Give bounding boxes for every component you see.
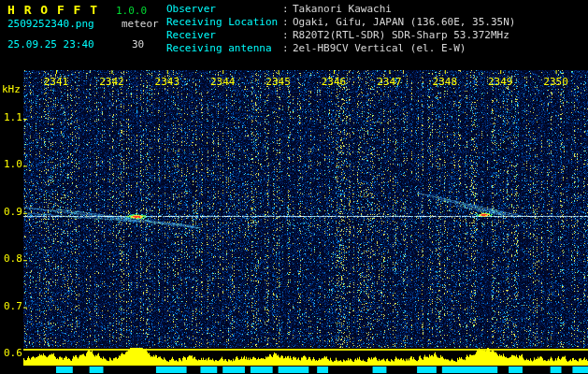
info-label: Receiving Location bbox=[166, 16, 282, 29]
app-title: H R O F F T bbox=[7, 3, 98, 17]
y-axis-tick-label: 0.9 bbox=[4, 207, 22, 218]
timestamp: 25.09.25 23:40 bbox=[7, 38, 94, 50]
record-interval: 30 bbox=[132, 38, 144, 50]
spectrogram-canvas bbox=[0, 0, 588, 374]
x-axis-tick-label: 2350 bbox=[543, 76, 568, 88]
y-axis-tick-label: 0.8 bbox=[4, 253, 22, 265]
x-axis-tick-label: 2342 bbox=[99, 76, 124, 88]
y-axis-tick-label: 0.6 bbox=[4, 348, 22, 359]
station-info-list: Observer:Takanori KawachiReceiving Locat… bbox=[166, 3, 515, 55]
info-value: Takanori Kawachi bbox=[293, 3, 392, 16]
info-label: Receiving antenna bbox=[166, 42, 282, 55]
mode-label: meteor bbox=[122, 18, 159, 30]
x-axis-tick-label: 2349 bbox=[488, 76, 513, 88]
info-row: Receiver:R820T2(RTL-SDR) SDR-Sharp 53.37… bbox=[166, 29, 515, 42]
info-value: Ogaki, Gifu, JAPAN (136.60E, 35.35N) bbox=[293, 16, 515, 29]
y-axis-tick-label: 0.7 bbox=[4, 301, 22, 312]
info-colon: : bbox=[282, 16, 293, 29]
info-colon: : bbox=[282, 3, 293, 16]
x-axis-tick-label: 2347 bbox=[377, 76, 402, 88]
info-value: 2el-HB9CV Vertical (el. E-W) bbox=[293, 42, 466, 55]
info-row: Receiving Location:Ogaki, Gifu, JAPAN (1… bbox=[166, 16, 515, 29]
info-value: R820T2(RTL-SDR) SDR-Sharp 53.372MHz bbox=[293, 29, 509, 42]
x-axis-tick-label: 2346 bbox=[322, 76, 347, 88]
info-row: Observer:Takanori Kawachi bbox=[166, 3, 515, 16]
x-axis-tick-label: 2343 bbox=[155, 76, 180, 88]
x-axis-tick-label: 2345 bbox=[265, 76, 291, 88]
y-axis-tick-label: 1.1 bbox=[4, 112, 22, 123]
app-version: 1.0.0 bbox=[116, 5, 147, 17]
x-axis-tick-label: 2344 bbox=[210, 76, 236, 88]
y-axis-tick-label: 1.0 bbox=[4, 159, 22, 170]
info-row: Receiving antenna:2el-HB9CV Vertical (el… bbox=[166, 42, 515, 55]
y-axis-unit-label: kHz bbox=[2, 83, 21, 95]
info-label: Observer bbox=[166, 3, 282, 16]
hrofft-screen: H R O F F T 1.0.0 2509252340.png meteor … bbox=[0, 0, 588, 374]
info-colon: : bbox=[282, 29, 293, 42]
x-axis-tick-label: 2341 bbox=[44, 76, 69, 88]
info-colon: : bbox=[282, 42, 293, 55]
info-label: Receiver bbox=[166, 29, 282, 42]
output-filename: 2509252340.png bbox=[7, 18, 94, 30]
x-axis-tick-label: 2348 bbox=[433, 76, 458, 88]
